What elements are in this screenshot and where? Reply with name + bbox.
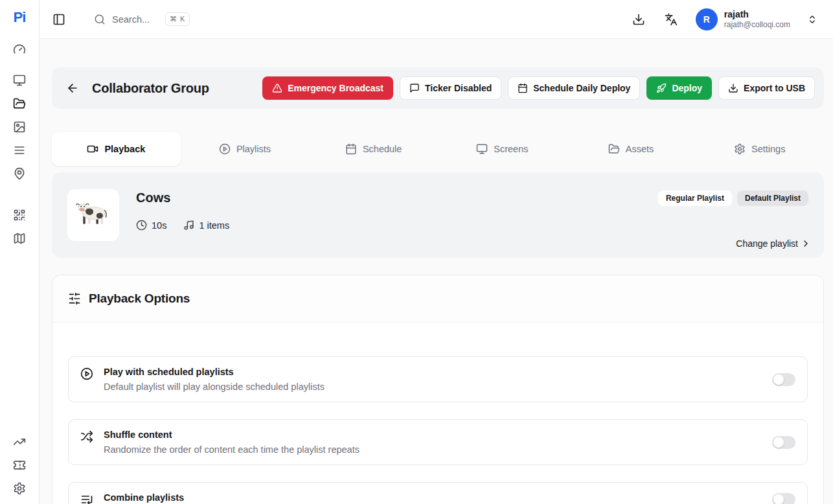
tab-assets-label: Assets bbox=[626, 144, 654, 154]
map-icon bbox=[13, 232, 26, 245]
qr-code-icon bbox=[13, 209, 26, 222]
download-icon bbox=[728, 83, 738, 93]
trending-up-icon bbox=[13, 435, 26, 448]
change-playlist-label: Change playlist bbox=[736, 238, 798, 249]
tab-settings-label: Settings bbox=[751, 144, 785, 154]
user-menu[interactable]: rajath rajath@colloqi.com bbox=[724, 9, 790, 30]
folder-open-icon bbox=[608, 143, 620, 155]
tab-playback-label: Playback bbox=[104, 144, 145, 154]
sidebar-item-licenses[interactable] bbox=[8, 453, 31, 477]
option-description: Randomize the order of content each time… bbox=[104, 444, 359, 455]
tab-screens[interactable]: Screens bbox=[438, 132, 567, 166]
tab-playback[interactable]: Playback bbox=[52, 132, 181, 166]
option-text: Play with scheduled playlists Default pl… bbox=[104, 367, 325, 392]
download-icon bbox=[632, 13, 645, 26]
option-title: Combine playlists bbox=[104, 492, 184, 503]
tab-settings[interactable]: Settings bbox=[695, 132, 824, 166]
sidebar-item-settings[interactable] bbox=[8, 477, 31, 500]
sidebar-item-groups[interactable] bbox=[8, 92, 31, 115]
rows-icon bbox=[13, 144, 26, 157]
topbar: Search... ⌘ K R rajath rajath@colloqi.co… bbox=[40, 0, 833, 39]
sidebar-nav-bottom bbox=[8, 430, 31, 500]
languages-icon bbox=[665, 13, 678, 26]
option-description: Default playlist will play alongside sch… bbox=[104, 382, 325, 392]
playlist-item-count: 1 items bbox=[183, 220, 229, 231]
folder-open-icon bbox=[13, 97, 26, 110]
search-shortcut-badge: ⌘ K bbox=[165, 12, 190, 26]
message-square-icon bbox=[409, 83, 420, 93]
tab-schedule-label: Schedule bbox=[363, 144, 402, 154]
language-button[interactable] bbox=[662, 10, 680, 29]
user-email: rajath@colloqi.com bbox=[724, 21, 790, 30]
playlist-meta: 10s 1 items bbox=[136, 220, 229, 231]
sidebar-item-screens[interactable] bbox=[8, 69, 31, 92]
combine-icon bbox=[80, 492, 93, 504]
gear-icon bbox=[734, 143, 746, 155]
shuffle-content-toggle[interactable] bbox=[772, 436, 795, 449]
page-header: Collaborator Group Emergency Broadcast T… bbox=[52, 67, 824, 109]
sidebar-nav-top bbox=[8, 38, 31, 185]
back-button[interactable] bbox=[61, 76, 84, 100]
sidebar-toggle-button[interactable] bbox=[50, 10, 68, 29]
gauge-icon bbox=[13, 43, 26, 56]
tab-assets[interactable]: Assets bbox=[567, 132, 696, 166]
rocket-icon bbox=[656, 83, 667, 93]
option-title: Play with scheduled playlists bbox=[104, 367, 325, 377]
option-text: Combine playlists bbox=[104, 492, 184, 503]
cow-image bbox=[75, 200, 111, 230]
page-actions: Emergency Broadcast Ticker Disabled Sche… bbox=[262, 76, 815, 100]
user-menu-toggle[interactable] bbox=[804, 12, 820, 27]
playlist-summary-card: Cows 10s 1 items Regular Playlist Defaul… bbox=[52, 172, 824, 258]
option-play-with-scheduled: Play with scheduled playlists Default pl… bbox=[68, 356, 808, 402]
download-button[interactable] bbox=[630, 10, 648, 29]
video-icon bbox=[87, 143, 98, 155]
tab-playlists[interactable]: Playlists bbox=[181, 132, 310, 166]
sidebar-item-assets[interactable] bbox=[8, 115, 31, 139]
sidebar-item-dashboard[interactable] bbox=[8, 38, 31, 61]
search-input[interactable]: Search... ⌘ K bbox=[94, 12, 190, 26]
playlist-duration: 10s bbox=[136, 220, 166, 231]
ticker-disabled-label: Ticker Disabled bbox=[425, 83, 492, 93]
music-note-icon bbox=[183, 220, 194, 231]
play-with-scheduled-toggle[interactable] bbox=[772, 373, 795, 386]
map-pin-icon bbox=[13, 167, 26, 180]
sidebar-item-analytics[interactable] bbox=[8, 430, 31, 453]
option-title: Shuffle content bbox=[104, 430, 359, 440]
sidebar-item-map[interactable] bbox=[8, 227, 31, 250]
playlist-name: Cows bbox=[136, 190, 229, 205]
emergency-broadcast-button[interactable]: Emergency Broadcast bbox=[262, 76, 393, 100]
combine-playlists-toggle[interactable] bbox=[772, 493, 795, 504]
calendar-icon bbox=[345, 143, 357, 155]
playback-options-list: Play with scheduled playlists Default pl… bbox=[52, 323, 823, 504]
chevrons-up-down-icon bbox=[807, 14, 817, 25]
export-to-usb-label: Export to USB bbox=[744, 83, 805, 93]
shuffle-icon bbox=[80, 430, 93, 443]
sidebar-item-locations[interactable] bbox=[8, 162, 31, 185]
deploy-button[interactable]: Deploy bbox=[646, 76, 712, 100]
sidebar-item-qr[interactable] bbox=[8, 203, 31, 227]
search-placeholder: Search... bbox=[112, 14, 150, 25]
change-playlist-link[interactable]: Change playlist bbox=[736, 238, 811, 249]
app-logo[interactable]: Pi bbox=[14, 9, 26, 26]
page-title: Collaborator Group bbox=[92, 81, 209, 96]
chevron-right-icon bbox=[801, 238, 811, 249]
warning-triangle-icon bbox=[272, 83, 282, 93]
search-icon bbox=[94, 14, 106, 25]
emergency-broadcast-label: Emergency Broadcast bbox=[288, 83, 383, 93]
option-text: Shuffle content Randomize the order of c… bbox=[104, 430, 359, 455]
topbar-right: R rajath rajath@colloqi.com bbox=[615, 8, 820, 30]
gear-icon bbox=[13, 482, 26, 495]
ticker-disabled-button[interactable]: Ticker Disabled bbox=[400, 76, 501, 100]
option-combine-playlists: Combine playlists bbox=[68, 482, 808, 504]
export-to-usb-button[interactable]: Export to USB bbox=[718, 76, 815, 100]
playback-options-header: Playback Options bbox=[52, 275, 823, 323]
schedule-daily-deploy-button[interactable]: Schedule Daily Deploy bbox=[508, 76, 640, 100]
sidebar-item-playlists[interactable] bbox=[8, 139, 31, 162]
tab-schedule[interactable]: Schedule bbox=[309, 132, 438, 166]
playlist-badges: Regular Playlist Default Playlist bbox=[658, 190, 808, 206]
main-content: Collaborator Group Emergency Broadcast T… bbox=[40, 39, 833, 504]
arrow-left-icon bbox=[66, 82, 79, 95]
playlist-thumbnail bbox=[67, 189, 119, 241]
default-playlist-badge: Default Playlist bbox=[737, 190, 808, 206]
avatar[interactable]: R bbox=[696, 8, 718, 30]
